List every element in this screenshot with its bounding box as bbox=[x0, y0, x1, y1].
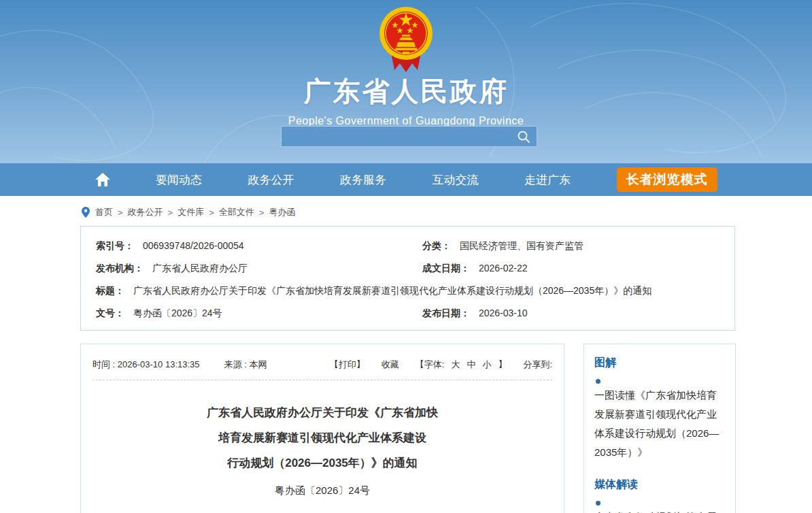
index-number-value: 006939748/2026-00054 bbox=[143, 240, 244, 251]
doc-info-row: 索引号： 006939748/2026-00054 分类： 国民经济管理、国有资… bbox=[81, 235, 734, 257]
article-doc-number: 粤办函〔2026〕24号 bbox=[92, 484, 552, 497]
print-button[interactable]: 【打印】 bbox=[330, 359, 365, 371]
sidebar-link-media[interactable]: 广东发布行动规划加快布局发展53个新赛道 力争5年内培育形成3个以上万亿级赛道 bbox=[594, 508, 725, 513]
breadcrumb-home[interactable]: 首页 bbox=[95, 206, 113, 218]
nav-item-gov-affairs[interactable]: 政务公开 bbox=[248, 172, 294, 188]
sidebar: 图解 一图读懂《广东省加快培育发展新赛道引领现代化产业体系建设行动规划（2026… bbox=[583, 344, 736, 513]
nav-item-interaction[interactable]: 互动交流 bbox=[433, 172, 479, 188]
article-title: 广东省人民政府办公厅关于印发《广东省加快 培育发展新赛道引领现代化产业体系建设 … bbox=[92, 400, 552, 476]
search-bar bbox=[281, 126, 537, 147]
article-source: 来源 : 本网 bbox=[224, 359, 267, 371]
font-size-prefix: 【字体: bbox=[416, 359, 445, 371]
location-pin-icon bbox=[82, 207, 90, 218]
nav-item-gov-services[interactable]: 政务服务 bbox=[340, 172, 386, 188]
font-size-medium-button[interactable]: 中 bbox=[467, 359, 475, 371]
article-title-line: 培育发展新赛道引领现代化产业体系建设 bbox=[92, 425, 552, 450]
font-size-suffix: 】 bbox=[498, 359, 507, 371]
date-written-value: 2026-02-22 bbox=[479, 263, 528, 274]
search-icon bbox=[517, 130, 530, 144]
breadcrumb-separator: > bbox=[118, 208, 123, 218]
elder-mode-button[interactable]: 长者浏览模式 bbox=[617, 167, 717, 192]
breadcrumb-all-files[interactable]: 全部文件 bbox=[219, 206, 254, 218]
doc-title-label: 标题： bbox=[96, 285, 124, 296]
date-published-label: 发布日期： bbox=[422, 308, 470, 318]
doc-number-label: 文号： bbox=[96, 308, 124, 318]
national-emblem bbox=[379, 5, 433, 73]
sidebar-link-infographic[interactable]: 一图读懂《广东省加快培育发展新赛道引领现代化产业体系建设行动规划（2026—20… bbox=[594, 386, 725, 462]
search-button[interactable] bbox=[511, 127, 537, 146]
nav-home-button[interactable] bbox=[95, 173, 110, 186]
index-number-label: 索引号： bbox=[96, 240, 134, 251]
breadcrumb-gov-affairs[interactable]: 政务公开 bbox=[128, 206, 163, 218]
font-size-control: 【字体: 大 中 小 】 bbox=[416, 359, 507, 371]
sidebar-heading-infographic: 图解 bbox=[594, 356, 725, 370]
date-written-label: 成文日期： bbox=[422, 263, 470, 274]
category-value: 国民经济管理、国有资产监管 bbox=[460, 240, 583, 251]
doc-info-row: 文号： 粤办函〔2026〕24号 发布日期： 2026-03-10 bbox=[81, 302, 734, 325]
breadcrumb-separator: > bbox=[168, 208, 173, 218]
dashed-divider bbox=[92, 380, 552, 380]
doc-info-row: 发布机构： 广东省人民政府办公厅 成文日期： 2026-02-22 bbox=[81, 257, 734, 280]
doc-info-row: 标题： 广东省人民政府办公厅关于印发《广东省加快培育发展新赛道引领现代化产业体系… bbox=[81, 280, 734, 302]
nav-item-about-guangdong[interactable]: 走进广东 bbox=[524, 172, 571, 188]
breadcrumb-yuebanhan[interactable]: 粤办函 bbox=[269, 206, 295, 218]
main-nav: 要闻动态 政务公开 政务服务 互动交流 走进广东 长者浏览模式 bbox=[0, 163, 812, 196]
article-title-line: 行动规划（2026—2035年）》的通知 bbox=[92, 450, 552, 476]
sidebar-heading-media: 媒体解读 bbox=[594, 478, 725, 492]
article-box: 时间 : 2026-03-10 13:13:35 来源 : 本网 【打印】 收藏… bbox=[80, 344, 564, 513]
issuing-agency-label: 发布机构： bbox=[96, 263, 143, 274]
breadcrumb-separator: > bbox=[209, 208, 214, 218]
breadcrumb-separator: > bbox=[259, 208, 265, 218]
font-size-small-button[interactable]: 小 bbox=[482, 359, 491, 371]
issuing-agency-value: 广东省人民政府办公厅 bbox=[152, 263, 248, 274]
sidebar-section-media: 媒体解读 广东发布行动规划加快布局发展53个新赛道 力争5年内培育形成3个以上万… bbox=[594, 478, 725, 513]
nav-item-news[interactable]: 要闻动态 bbox=[156, 172, 202, 188]
article-meta-bar: 时间 : 2026-03-10 13:13:35 来源 : 本网 【打印】 收藏… bbox=[92, 359, 552, 371]
font-size-large-button[interactable]: 大 bbox=[451, 359, 460, 371]
search-input[interactable] bbox=[282, 127, 511, 146]
site-header: 广东省人民政府 People's Government of Guangdong… bbox=[0, 0, 812, 163]
article-time: 时间 : 2026-03-10 13:13:35 bbox=[92, 359, 200, 371]
breadcrumb-file-library[interactable]: 文件库 bbox=[177, 206, 204, 218]
page: 广东省人民政府 People's Government of Guangdong… bbox=[0, 0, 812, 513]
site-title: 广东省人民政府 bbox=[0, 73, 812, 110]
category-label: 分类： bbox=[422, 240, 451, 251]
doc-title-value: 广东省人民政府办公厅关于印发《广东省加快培育发展新赛道引领现代化产业体系建设行动… bbox=[133, 285, 652, 296]
bullet-dot-icon bbox=[596, 501, 600, 506]
document-info-box: 索引号： 006939748/2026-00054 分类： 国民经济管理、国有资… bbox=[80, 226, 735, 331]
share-label: 分享到: bbox=[523, 359, 552, 371]
favorite-button[interactable]: 收藏 bbox=[382, 359, 399, 371]
doc-number-value: 粤办函〔2026〕24号 bbox=[133, 308, 222, 318]
sidebar-section-infographic: 图解 一图读懂《广东省加快培育发展新赛道引领现代化产业体系建设行动规划（2026… bbox=[594, 356, 725, 462]
breadcrumb: 首页 > 政务公开 > 文件库 > 全部文件 > 粤办函 bbox=[82, 206, 812, 218]
bullet-dot-icon bbox=[596, 379, 600, 384]
content-row: 时间 : 2026-03-10 13:13:35 来源 : 本网 【打印】 收藏… bbox=[80, 344, 812, 513]
home-icon bbox=[95, 173, 110, 186]
date-published-value: 2026-03-10 bbox=[479, 308, 528, 318]
article-title-line: 广东省人民政府办公厅关于印发《广东省加快 bbox=[92, 400, 552, 425]
